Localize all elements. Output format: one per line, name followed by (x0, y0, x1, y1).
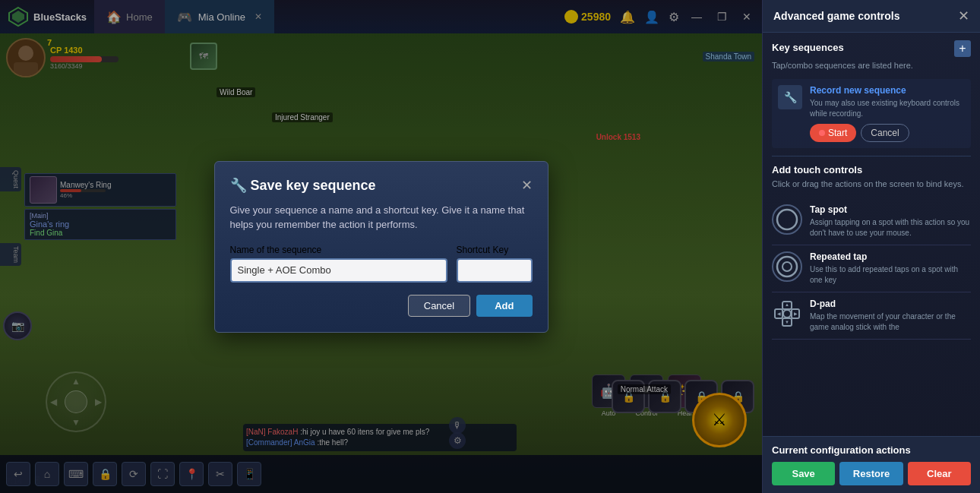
footer-buttons: Save Restore Clear (772, 462, 971, 485)
record-new-sequence: 🔧 Record new sequence You may also use e… (772, 79, 971, 148)
divider-1 (772, 156, 971, 156)
dialog-title: 🔧 Save key sequence (230, 177, 376, 194)
sequence-name-input[interactable] (230, 258, 447, 283)
name-field-group: Name of the sequence (230, 245, 447, 283)
add-button[interactable]: Add (476, 295, 532, 317)
dpad-text: D-pad Map the movement of your character… (810, 299, 971, 333)
tap-spot-icon (772, 204, 802, 235)
record-icon: 🔧 (778, 85, 802, 109)
svg-point-7 (782, 262, 792, 271)
dpad-name: D-pad (810, 299, 971, 309)
dialog-close-button[interactable]: ✕ (521, 179, 533, 192)
key-sequences-title: Key sequences (772, 42, 844, 53)
panel-close-button[interactable]: ✕ (958, 8, 969, 24)
repeated-tap-desc: Use this to add repeated taps on a spot … (810, 264, 971, 286)
repeated-tap-text: Repeated tap Use this to add repeated ta… (810, 251, 971, 286)
repeated-tap-icon (772, 251, 802, 282)
svg-text:◀: ◀ (777, 311, 781, 316)
shortcut-key-input[interactable] (457, 258, 533, 283)
restore-button[interactable]: Restore (839, 462, 903, 485)
dialog-buttons: Cancel Add (230, 295, 533, 317)
save-dialog: 🔧 Save key sequence ✕ Give your sequence… (214, 161, 548, 333)
svg-point-5 (777, 210, 797, 229)
dialog-overlay: 🔧 Save key sequence ✕ Give your sequence… (0, 0, 762, 493)
save-button[interactable]: Save (772, 462, 835, 485)
footer-label: Current configuration actions (772, 444, 971, 456)
tap-spot-desc: Assign tapping on a spot with this actio… (810, 217, 971, 239)
add-touch-desc: Click or drag the actions on the screen … (772, 179, 971, 190)
dpad-icon: ▲ ▼ ◀ ▶ (772, 299, 802, 329)
cancel-button[interactable]: Cancel (408, 295, 470, 317)
tap-spot-name: Tap spot (810, 204, 971, 215)
game-area: BlueStacks 🏠 Home 🎮 Mia Online ✕ ● 25980… (0, 0, 762, 493)
record-cancel-button[interactable]: Cancel (861, 124, 909, 142)
dialog-header: 🔧 Save key sequence ✕ (230, 177, 533, 194)
key-sequences-section: Key sequences + Tap/combo sequences are … (772, 40, 971, 148)
add-touch-section: Add touch controls Click or drag the act… (772, 164, 971, 339)
dialog-fields: Name of the sequence Shortcut Key (230, 245, 533, 283)
add-sequence-button[interactable]: + (954, 40, 971, 57)
key-sequences-header: Key sequences + (772, 40, 971, 57)
record-desc: You may also use existing keyboard contr… (810, 98, 965, 119)
svg-text:▲: ▲ (785, 302, 789, 307)
repeated-tap-item: Repeated tap Use this to add repeated ta… (772, 245, 971, 292)
tap-spot-text: Tap spot Assign tapping on a spot with t… (810, 204, 971, 239)
tap-spot-item: Tap spot Assign tapping on a spot with t… (772, 198, 971, 245)
panel-header: Advanced game controls ✕ (763, 0, 980, 33)
svg-point-6 (777, 257, 797, 277)
record-buttons: Start Cancel (810, 124, 965, 142)
shortcut-field-group: Shortcut Key (457, 245, 533, 283)
name-label: Name of the sequence (230, 245, 447, 255)
start-dot (819, 130, 825, 136)
dpad-desc: Map the movement of your character or th… (810, 311, 971, 333)
record-content: Record new sequence You may also use exi… (810, 85, 965, 142)
panel-footer: Current configuration actions Save Resto… (763, 436, 980, 493)
record-title: Record new sequence (810, 85, 965, 96)
dpad-item: ▲ ▼ ◀ ▶ D-pad Map the movement of your c… (772, 292, 971, 340)
dialog-description: Give your sequence a name and a shortcut… (230, 203, 533, 232)
panel-title: Advanced game controls (773, 10, 900, 22)
panel-content: Key sequences + Tap/combo sequences are … (763, 33, 980, 436)
svg-text:▼: ▼ (785, 320, 789, 324)
shortcut-label: Shortcut Key (457, 245, 533, 255)
key-sequences-desc: Tap/combo sequences are listed here. (772, 60, 971, 71)
clear-button[interactable]: Clear (908, 462, 971, 485)
svg-text:▶: ▶ (794, 311, 798, 316)
start-button[interactable]: Start (810, 124, 856, 142)
repeated-tap-name: Repeated tap (810, 251, 971, 262)
add-touch-title: Add touch controls (772, 164, 971, 175)
right-panel: Advanced game controls ✕ Key sequences +… (762, 0, 980, 493)
svg-point-12 (783, 310, 791, 318)
